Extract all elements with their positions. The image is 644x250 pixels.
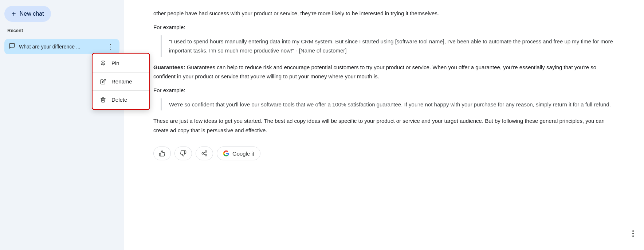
new-chat-label: New chat <box>20 11 44 17</box>
thumbs-up-button[interactable] <box>153 147 171 160</box>
closing-text: These are just a few ideas to get you st… <box>153 116 615 135</box>
google-logo-icon <box>223 150 229 157</box>
for-example-1: For example: <box>153 24 615 30</box>
recent-label: Recent <box>4 26 119 35</box>
chat-item[interactable]: What are your difference ... ⋮ Pin <box>4 39 119 54</box>
guarantees-bold: Guarantees: <box>153 64 185 70</box>
context-menu-pin[interactable]: Pin <box>93 56 149 71</box>
pin-label: Pin <box>111 60 119 66</box>
quote-1: "I used to spend hours manually entering… <box>161 35 615 57</box>
sidebar: + New chat Recent What are your differen… <box>0 0 124 250</box>
trash-icon <box>100 97 106 103</box>
chat-item-more-button[interactable]: ⋮ <box>106 43 115 51</box>
google-it-button[interactable]: Google it <box>217 147 260 160</box>
context-menu: Pin Rename <box>92 53 150 110</box>
dot-1 <box>632 230 634 232</box>
dot-2 <box>632 233 634 234</box>
context-menu-rename[interactable]: Rename <box>93 74 149 89</box>
chat-bubble-icon <box>9 43 15 51</box>
quote-2: We're so confident that you'll love our … <box>161 98 615 111</box>
action-bar: Google it <box>153 147 615 163</box>
plus-icon: + <box>12 10 16 17</box>
pencil-icon <box>100 79 106 85</box>
thumbs-down-button[interactable] <box>174 147 192 160</box>
svg-line-4 <box>203 154 205 155</box>
menu-divider-2 <box>93 90 149 91</box>
dot-3 <box>632 235 634 237</box>
svg-line-5 <box>203 152 205 153</box>
delete-label: Delete <box>111 97 127 103</box>
new-chat-button[interactable]: + New chat <box>4 6 51 22</box>
for-example-2: For example: <box>153 87 615 93</box>
main-content: other people have had success with your … <box>124 0 644 250</box>
chat-item-text: What are your difference ... <box>19 44 102 50</box>
google-it-label: Google it <box>232 151 254 157</box>
bottom-more-button[interactable] <box>631 229 635 238</box>
paragraph-1: other people have had success with your … <box>153 9 615 18</box>
guarantees-text: Guarantees can help to reduce risk and e… <box>153 64 596 80</box>
share-button[interactable] <box>196 147 213 160</box>
menu-divider-1 <box>93 72 149 73</box>
context-menu-delete[interactable]: Delete <box>93 92 149 107</box>
rename-label: Rename <box>111 78 132 85</box>
pin-icon <box>100 60 106 66</box>
guarantees-paragraph: Guarantees: Guarantees can help to reduc… <box>153 63 615 81</box>
